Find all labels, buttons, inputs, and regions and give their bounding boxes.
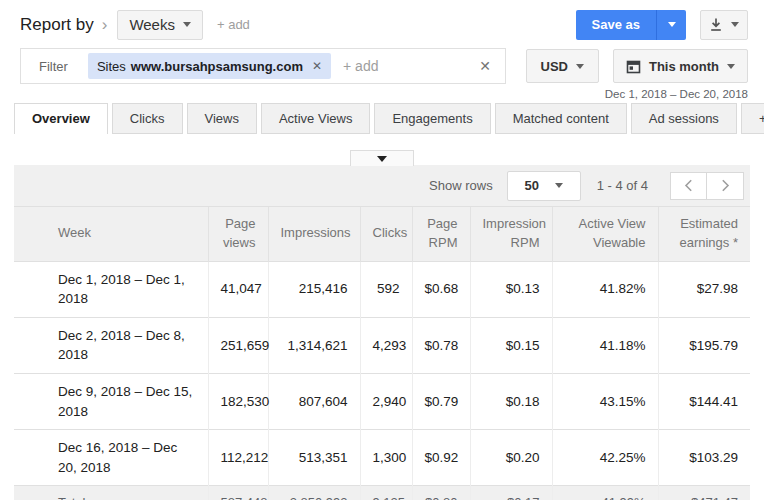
filter-chip-value: www.bursahpsamsung.com: [131, 59, 303, 74]
save-as-split-button: Save as: [576, 10, 686, 40]
tab-engagements[interactable]: Engagements: [374, 103, 490, 134]
value-cell: 42.25%: [552, 430, 658, 486]
show-rows-value: 50: [524, 178, 538, 193]
report-controls: USD This month: [526, 49, 749, 83]
value-cell: $0.13: [470, 261, 552, 317]
value-cell: $0.20: [470, 430, 552, 486]
filter-chip-prefix: Sites: [97, 59, 126, 74]
report-table-section: Show rows 50 1 - 4 of 4 WeekPage viewsIm…: [14, 165, 750, 500]
value-cell: 182,530: [208, 373, 268, 429]
tab-views[interactable]: Views: [187, 103, 257, 134]
table-header-row: WeekPage viewsImpressionsClicksPage RPMI…: [14, 207, 750, 261]
report-tabs: OverviewClicksViewsActive ViewsEngagemen…: [0, 104, 764, 134]
chevron-right-icon: ›: [102, 15, 108, 35]
filter-label: Filter: [21, 59, 88, 74]
value-cell: $0.92: [412, 430, 470, 486]
column-header-week[interactable]: Week: [14, 207, 208, 261]
value-cell: $27.98: [658, 261, 750, 317]
table-row: Dec 16, 2018 – Dec 20, 2018112,212513,35…: [14, 430, 750, 486]
prev-page-button[interactable]: [670, 172, 707, 200]
value-cell: 41.18%: [552, 317, 658, 373]
report-table: WeekPage viewsImpressionsClicksPage RPMI…: [14, 207, 750, 500]
top-toolbar: Report by › Weeks + add Save as: [0, 0, 764, 40]
totals-label: Totals: [14, 486, 208, 500]
column-header-estimated-earnings[interactable]: Estimated earnings *: [658, 207, 750, 261]
column-header-page-rpm[interactable]: Page RPM: [412, 207, 470, 261]
chevron-down-icon: [555, 183, 563, 188]
value-cell: $0.80: [412, 486, 470, 500]
date-range-value: This month: [649, 59, 719, 74]
chevron-left-icon: [684, 179, 693, 192]
value-cell: $0.78: [412, 317, 470, 373]
show-rows-select[interactable]: 50: [507, 171, 581, 201]
pager: [670, 172, 744, 200]
save-as-dropdown-button[interactable]: [656, 10, 686, 40]
totals-row: Totals587,4482,850,9929,125$0.80$0.1741.…: [14, 486, 750, 500]
filter-chip-sites[interactable]: Sites www.bursahpsamsung.com ✕: [88, 53, 331, 79]
value-cell: 2,940: [360, 373, 412, 429]
table-row: Dec 9, 2018 – Dec 15, 2018182,530807,604…: [14, 373, 750, 429]
next-page-button[interactable]: [707, 172, 744, 200]
chevron-down-icon: [731, 22, 739, 27]
filter-input[interactable]: Filter Sites www.bursahpsamsung.com ✕ + …: [20, 48, 506, 84]
value-cell: $0.17: [470, 486, 552, 500]
download-icon: [709, 17, 723, 32]
currency-value: USD: [541, 59, 568, 74]
chevron-down-icon: [727, 64, 735, 69]
value-cell: 1,300: [360, 430, 412, 486]
value-cell: $0.68: [412, 261, 470, 317]
chevron-down-icon: [183, 22, 191, 27]
value-cell: 4,293: [360, 317, 412, 373]
column-header-impression-rpm[interactable]: Impression RPM: [470, 207, 552, 261]
value-cell: $195.79: [658, 317, 750, 373]
pagination-range: 1 - 4 of 4: [597, 178, 648, 193]
value-cell: 807,604: [268, 373, 360, 429]
add-dimension-button[interactable]: + add: [217, 17, 250, 32]
value-cell: 2,850,992: [268, 486, 360, 500]
value-cell: 587,448: [208, 486, 268, 500]
value-cell: 41,047: [208, 261, 268, 317]
chart-collapse-toggle[interactable]: [350, 150, 414, 166]
clear-filters-icon[interactable]: ✕: [465, 58, 505, 74]
table-body: Dec 1, 2018 – Dec 1, 201841,047215,41659…: [14, 261, 750, 500]
column-header-clicks[interactable]: Clicks: [360, 207, 412, 261]
table-row: Dec 2, 2018 – Dec 8, 2018251,6591,314,62…: [14, 317, 750, 373]
tab-overview[interactable]: Overview: [14, 103, 108, 134]
value-cell: 43.15%: [552, 373, 658, 429]
value-cell: 112,212: [208, 430, 268, 486]
column-header-active-view-viewable[interactable]: Active View Viewable: [552, 207, 658, 261]
remove-chip-icon[interactable]: ✕: [312, 59, 322, 73]
column-header-impressions[interactable]: Impressions: [268, 207, 360, 261]
tab-ad-sessions[interactable]: Ad sessions: [631, 103, 737, 134]
tab-matched-content[interactable]: Matched content: [495, 103, 627, 134]
calendar-icon: [626, 59, 641, 74]
tab-custom[interactable]: + Custom: [741, 103, 764, 134]
report-dimension-value: Weeks: [129, 16, 175, 33]
tab-clicks[interactable]: Clicks: [112, 103, 183, 134]
column-header-page-views[interactable]: Page views: [208, 207, 268, 261]
value-cell: 1,314,621: [268, 317, 360, 373]
value-cell: 215,416: [268, 261, 360, 317]
chevron-right-icon: [721, 179, 730, 192]
currency-dropdown[interactable]: USD: [526, 49, 599, 83]
chevron-down-icon: [576, 64, 584, 69]
value-cell: 41.82%: [552, 261, 658, 317]
value-cell: 251,659: [208, 317, 268, 373]
value-cell: 9,125: [360, 486, 412, 500]
add-filter-placeholder[interactable]: + add: [343, 58, 378, 74]
table-toolbar: Show rows 50 1 - 4 of 4: [14, 165, 750, 207]
value-cell: $0.79: [412, 373, 470, 429]
week-cell: Dec 9, 2018 – Dec 15, 2018: [14, 373, 208, 429]
date-range-dropdown[interactable]: This month: [613, 49, 748, 83]
chevron-down-icon: [668, 22, 676, 27]
value-cell: $471.47: [658, 486, 750, 500]
value-cell: $0.15: [470, 317, 552, 373]
show-rows-label: Show rows: [429, 178, 493, 193]
week-cell: Dec 1, 2018 – Dec 1, 2018: [14, 261, 208, 317]
save-as-button[interactable]: Save as: [576, 10, 656, 40]
download-button[interactable]: [700, 10, 748, 40]
tab-active-views[interactable]: Active Views: [261, 103, 370, 134]
report-dimension-dropdown[interactable]: Weeks: [117, 10, 203, 40]
table-row: Dec 1, 2018 – Dec 1, 201841,047215,41659…: [14, 261, 750, 317]
report-by-label: Report by: [20, 15, 94, 35]
